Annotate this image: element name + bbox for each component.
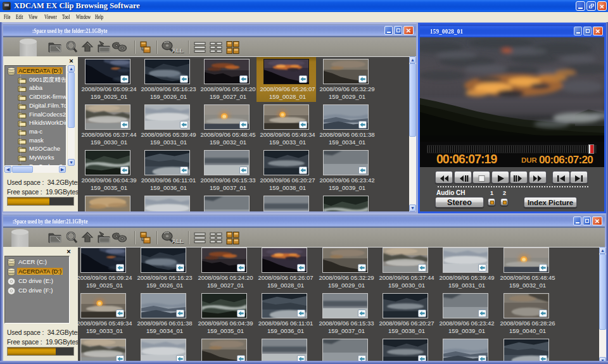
svg-text:ALL: ALL xyxy=(172,47,184,54)
svg-text:ALL: ALL xyxy=(172,237,184,244)
